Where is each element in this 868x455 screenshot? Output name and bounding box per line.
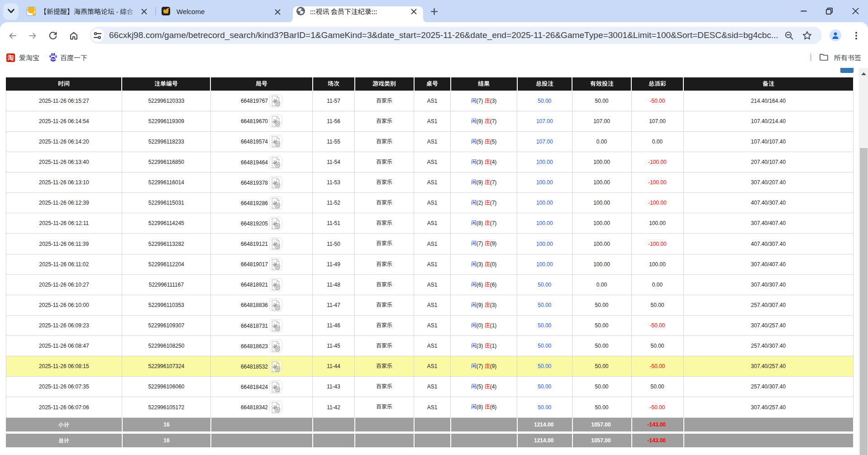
svg-text:du: du: [51, 57, 55, 61]
